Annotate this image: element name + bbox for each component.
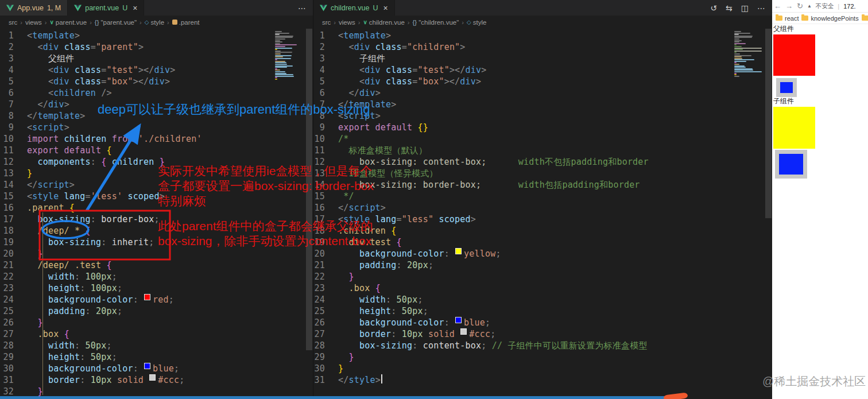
timeline-icon[interactable]: ↺ xyxy=(710,3,717,13)
code-line[interactable]: 11 标准盒模型（默认） xyxy=(313,145,772,156)
code-line[interactable]: 17<style lang="less" scoped> xyxy=(313,214,772,225)
code-line[interactable]: 25 padding: 20px; xyxy=(0,305,313,317)
scrollbar[interactable] xyxy=(765,29,772,399)
code-line[interactable]: 26 } xyxy=(0,317,313,328)
code-line[interactable]: 13} xyxy=(0,168,313,179)
code-line[interactable]: 30} xyxy=(313,363,772,374)
code-line[interactable]: 27 .box { xyxy=(0,328,313,340)
code-line[interactable]: 5 <div class="box"></div> xyxy=(313,76,772,87)
code-line[interactable]: 3 父组件 xyxy=(0,53,313,64)
security-label[interactable]: 不安全 xyxy=(816,2,834,10)
code-line[interactable]: 19 div.test { xyxy=(313,237,772,248)
code-line[interactable]: 21 /deep/ .test { xyxy=(0,259,313,271)
code-line[interactable]: 29 } xyxy=(313,351,772,363)
code-line[interactable]: 14 box-sizing: border-box; width包括paddin… xyxy=(313,179,772,191)
breadcrumb-item-file[interactable]: parent.vue xyxy=(56,19,87,26)
code-line[interactable]: 8</template> xyxy=(0,110,313,122)
code-line[interactable]: 26 background-color: blue; xyxy=(313,317,772,328)
code-line[interactable]: 9<script> xyxy=(0,122,313,133)
line-number: 26 xyxy=(0,317,27,328)
code-line[interactable]: 7</template> xyxy=(313,99,772,110)
git-compare-icon[interactable]: ⇆ xyxy=(726,3,733,13)
code-line[interactable]: 16</script> xyxy=(313,202,772,214)
code-line[interactable]: 15 */ xyxy=(313,191,772,202)
code-line[interactable]: 31</style> xyxy=(313,374,772,386)
code-line[interactable]: 9export default {} xyxy=(313,122,772,133)
code-line[interactable]: 28 box-sizing: content-box; // 子组件中可以重新设… xyxy=(313,340,772,351)
close-icon[interactable]: × xyxy=(383,3,388,13)
code-line[interactable]: 30 background-color: blue; xyxy=(0,363,313,374)
code-line[interactable]: 24 width: 50px; xyxy=(313,294,772,305)
breadcrumb-item-src[interactable]: src xyxy=(322,19,331,26)
code-line[interactable]: 4 <div class="test"></div> xyxy=(313,64,772,76)
breadcrumb-item-style[interactable]: style xyxy=(150,19,164,26)
code-line[interactable]: 32 } xyxy=(0,386,313,397)
browser-reload-button[interactable]: ↻ xyxy=(797,2,803,10)
code-line[interactable]: 29 height: 50px; xyxy=(0,351,313,363)
code-line[interactable]: 12 box-sizing: content-box; width不包括padd… xyxy=(313,156,772,168)
code-line[interactable]: 4 <div class="test"></div> xyxy=(0,64,313,76)
breadcrumb-item-file[interactable]: children.vue xyxy=(369,19,405,26)
code-line[interactable]: 17 box-sizing: border-box; xyxy=(0,214,313,225)
code-line[interactable]: 12 components: { children } xyxy=(0,156,313,168)
breadcrumb-item-selector[interactable]: .parent xyxy=(179,19,200,26)
code-line[interactable]: 16.parent { xyxy=(0,202,313,214)
code-area-children[interactable]: 1<template>2 <div class="children">3 子组件… xyxy=(313,30,772,386)
breadcrumb-item-views[interactable]: views xyxy=(25,19,42,26)
code-area-parent[interactable]: 1<template>2 <div class="parent">3 父组件4 … xyxy=(0,30,313,399)
code-line[interactable]: 10/* xyxy=(313,133,772,145)
code-line[interactable]: 28 width: 50px; xyxy=(0,340,313,351)
minimap[interactable] xyxy=(734,31,763,77)
code-line[interactable]: 22 width: 100px; xyxy=(0,271,313,282)
code-line[interactable]: 27 border: 10px solid #ccc; xyxy=(313,328,772,340)
code-line[interactable]: 18.children { xyxy=(313,225,772,237)
code-line[interactable]: 10import children from './children' xyxy=(0,133,313,145)
scrollbar[interactable] xyxy=(305,29,313,399)
code-line[interactable]: 7 </div> xyxy=(0,99,313,110)
bookmark-partial[interactable] xyxy=(862,16,868,21)
code-line[interactable]: 20 } xyxy=(0,248,313,259)
code-line[interactable]: 25 height: 50px; xyxy=(313,305,772,317)
breadcrumb-item-style[interactable]: style xyxy=(473,19,487,26)
code-line[interactable]: 3 子组件 xyxy=(313,53,772,64)
browser-back-button[interactable]: ← xyxy=(774,2,781,10)
breadcrumb-item-module[interactable]: "children.vue" xyxy=(418,19,459,26)
code-line[interactable]: 24 background-color: red; xyxy=(0,294,313,305)
browser-forward-button[interactable]: → xyxy=(785,2,793,10)
tab-app-vue[interactable]: App.vue 1, M xyxy=(0,0,68,16)
code-line[interactable]: 21 padding: 20px; xyxy=(313,259,772,271)
code-line[interactable]: 2 <div class="parent"> xyxy=(0,41,313,53)
breadcrumb-item-module[interactable]: "parent.vue" xyxy=(101,19,137,26)
bookmark-knowledgepoints[interactable]: knowledgePoints xyxy=(801,15,858,22)
code-line[interactable]: 18 /deep/ * { xyxy=(0,225,313,237)
minimap[interactable] xyxy=(275,31,304,80)
code-line[interactable]: 5 <div class="box"></div> xyxy=(0,76,313,87)
code-line[interactable]: 31 border: 10px solid #ccc; xyxy=(0,374,313,386)
code-line[interactable]: 20 background-color: yellow; xyxy=(313,248,772,259)
code-line[interactable]: 15<style lang='less' scoped> xyxy=(0,191,313,202)
code-line[interactable]: 6 </div> xyxy=(313,87,772,99)
code-line[interactable]: 8<script> xyxy=(313,110,772,122)
code-line[interactable]: 22 } xyxy=(313,271,772,282)
code-line[interactable]: 14</script> xyxy=(0,179,313,191)
breadcrumb-item-src[interactable]: src xyxy=(9,19,17,26)
tab-parent-vue[interactable]: parent.vue U × xyxy=(68,0,144,16)
code-line[interactable]: 19 box-sizing: inherit; xyxy=(0,237,313,248)
more-actions-icon[interactable]: ⋯ xyxy=(757,3,765,13)
breadcrumb-item-views[interactable]: views xyxy=(339,19,355,26)
code-line[interactable]: 1<template> xyxy=(313,30,772,41)
code-line[interactable]: 2 <div class="children"> xyxy=(313,41,772,53)
code-line[interactable]: 1<template> xyxy=(0,30,313,41)
url-text[interactable]: 172. xyxy=(843,3,855,10)
code-line[interactable]: 13 IE盒模型（怪异模式） xyxy=(313,168,772,179)
more-actions-icon[interactable]: ⋯ xyxy=(298,3,306,13)
video-progress-bar[interactable] xyxy=(0,396,668,399)
bookmark-react[interactable]: react xyxy=(776,15,799,22)
code-line[interactable]: 23 .box { xyxy=(313,282,772,294)
close-icon[interactable]: × xyxy=(133,3,137,13)
code-line[interactable]: 11export default { xyxy=(0,145,313,156)
tab-children-vue[interactable]: children.vue U × xyxy=(313,0,395,16)
code-line[interactable]: 23 height: 100px; xyxy=(0,282,313,294)
split-editor-icon[interactable]: ◫ xyxy=(741,3,749,13)
code-line[interactable]: 6 <children /> xyxy=(0,87,313,99)
